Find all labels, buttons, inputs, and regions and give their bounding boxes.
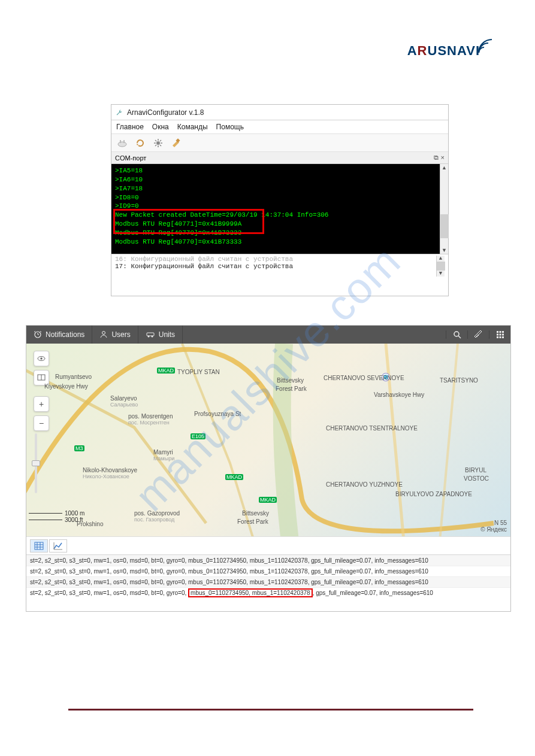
nav-label: Users (111, 330, 130, 339)
map-place-label: Rumyantsevo (55, 374, 92, 380)
scroll-down-icon[interactable]: ▼ (442, 247, 447, 254)
map-place-label: TSARITSYNO (440, 377, 478, 384)
map-place-label: CHERTANOVO SEVERNOYE (324, 375, 404, 381)
message-row: st=2, s2_st=0, s3_st=0, mw=1, os=0, msd=… (26, 576, 510, 587)
logo-suffix: USNAVI (428, 43, 480, 58)
terminal-line: >IA6=10 (115, 175, 436, 184)
svg-rect-32 (497, 336, 498, 338)
message-row: st=2, s2_st=0, s3_st=0, mw=1, os=0, msd=… (26, 587, 510, 598)
nav-users[interactable]: Users (92, 326, 138, 344)
zoom-slider-thumb[interactable] (32, 460, 40, 466)
msg-suffix: , gps_full_mileage=0.07, info_messages=6… (313, 590, 433, 596)
map-place-label: Kiyevskoye Hwy (44, 383, 88, 390)
nav-units[interactable]: Units (138, 326, 183, 344)
message-row: st=2, s2_st=0, s3_st=0, mw=1, os=0, msd=… (26, 566, 510, 576)
logo-text: ARUSNAVI (407, 43, 480, 59)
tab-row (26, 536, 510, 554)
tool-settings-button[interactable] (151, 136, 165, 150)
scale-top: 1000 m (65, 510, 84, 517)
road-label: MKAD (259, 497, 277, 503)
top-nav: Notifications Users Units (26, 326, 510, 344)
terminal-line: >ID8=0 (115, 193, 436, 202)
svg-rect-33 (499, 336, 501, 338)
menu-windows[interactable]: Окна (152, 123, 169, 131)
svg-line-10 (155, 145, 156, 146)
terminal-line: >IA7=18 (115, 184, 436, 193)
map-place-label: Nikolo-Khovanskoye (83, 467, 137, 473)
scroll-thumb[interactable] (437, 262, 445, 271)
nav-notifications[interactable]: Notifications (26, 326, 92, 344)
zoom-out-button[interactable]: − (34, 415, 49, 431)
svg-point-22 (454, 332, 459, 336)
footer-rule (68, 709, 473, 711)
tool-refresh-button[interactable] (133, 136, 147, 150)
svg-line-11 (160, 140, 161, 141)
alarm-icon (34, 330, 42, 340)
ruler-button[interactable] (467, 330, 489, 339)
map-place-label: Varshavskoye Hwy (374, 391, 424, 398)
com-panel-header: COM-порт ⧉ × (111, 152, 448, 164)
map-place-sublabel: Мамыри (153, 456, 174, 462)
svg-point-36 (40, 357, 42, 359)
svg-point-20 (147, 335, 149, 337)
map-roads (26, 344, 510, 536)
search-button[interactable] (446, 330, 467, 339)
map-place-label: Forest Park (237, 518, 268, 525)
message-list: st=2, s2_st=0, s3_st=0, mw=1, os=0, msd=… (26, 554, 510, 598)
map-place-label: BIRYULYOVO ZAPADNOYE (395, 491, 472, 497)
scale-bottom: 3000 ft (65, 517, 83, 523)
panel-close-button[interactable]: × (441, 154, 445, 162)
scroll-up-icon[interactable]: ▲ (439, 256, 442, 262)
msg-highlight: mbus_0=1102734950, mbus_1=1102420378 (188, 588, 313, 597)
svg-rect-1 (120, 140, 121, 143)
svg-rect-26 (497, 331, 498, 333)
apps-button[interactable] (489, 330, 510, 339)
road-label: M3 (74, 445, 84, 451)
scroll-thumb[interactable] (440, 214, 449, 238)
map-place-sublabel: Саларьево (110, 402, 138, 408)
map-place-label: pos. Gazoprovod (134, 510, 180, 517)
map-canvas[interactable]: + − RumyantsevoKiyevskoye HwySalaryevoСа… (26, 344, 510, 536)
highlight-box (113, 209, 264, 234)
tool-connect-button[interactable] (115, 136, 129, 150)
map-place-label: pos. Mosrentgen (128, 413, 173, 420)
map-visibility-button[interactable] (34, 351, 49, 366)
terminal: >IA5=18 >IA6=10 >IA7=18 >ID8=0 >ID9=0 Ne… (111, 164, 440, 254)
svg-line-16 (34, 331, 35, 332)
road-label: MKAD (225, 474, 243, 480)
map-place-label: VOSTOC (464, 475, 489, 482)
scroll-up-icon[interactable]: ▲ (442, 164, 447, 171)
configurator-window: ArnaviConfigurator v.1.8 Главное Окна Ко… (111, 104, 449, 296)
menu-help[interactable]: Помощь (216, 123, 244, 131)
scale-bar: 1000 m 3000 ft (29, 510, 84, 523)
map-place-sublabel: пос. Газопровод (134, 517, 174, 523)
window-title: ArnaviConfigurator v.1.8 (127, 108, 204, 117)
svg-rect-19 (147, 333, 154, 336)
logo-a: A (407, 43, 418, 58)
menu-main[interactable]: Главное (116, 123, 144, 131)
map-place-label: Mamyri (153, 449, 173, 456)
svg-rect-30 (499, 334, 501, 336)
panel-detach-button[interactable]: ⧉ (434, 154, 439, 162)
scroll-down-icon[interactable]: ▼ (439, 271, 442, 277)
svg-rect-28 (502, 331, 504, 333)
menubar: Главное Окна Команды Помощь (111, 120, 448, 134)
map-place-label: BIRYUL (465, 467, 486, 473)
map-place-label: Bittsevsky (277, 377, 304, 384)
road-label: E105 (191, 433, 205, 439)
brand-logo: ARUSNAVI (407, 41, 493, 59)
terminal-line: Modbus RTU Reg[40770]=0x41B73333 (115, 238, 436, 247)
tab-table[interactable] (30, 539, 48, 552)
terminal-scrollbar[interactable]: ▲ ▼ (440, 164, 448, 254)
map-place-sublabel: пос. Мосрентген (128, 420, 170, 426)
svg-rect-31 (502, 334, 504, 336)
logo-r: R (418, 43, 428, 58)
menu-commands[interactable]: Команды (177, 123, 208, 131)
svg-line-8 (155, 140, 156, 141)
tab-chart[interactable] (49, 539, 67, 552)
zoom-in-button[interactable]: + (34, 396, 49, 412)
map-place-label: CHERTANOVO YUZHNOYE (326, 481, 403, 488)
log-scrollbar[interactable]: ▲ ▼ (436, 256, 445, 277)
coord-label: N 55 (480, 520, 507, 526)
tool-clear-button[interactable] (169, 136, 183, 150)
